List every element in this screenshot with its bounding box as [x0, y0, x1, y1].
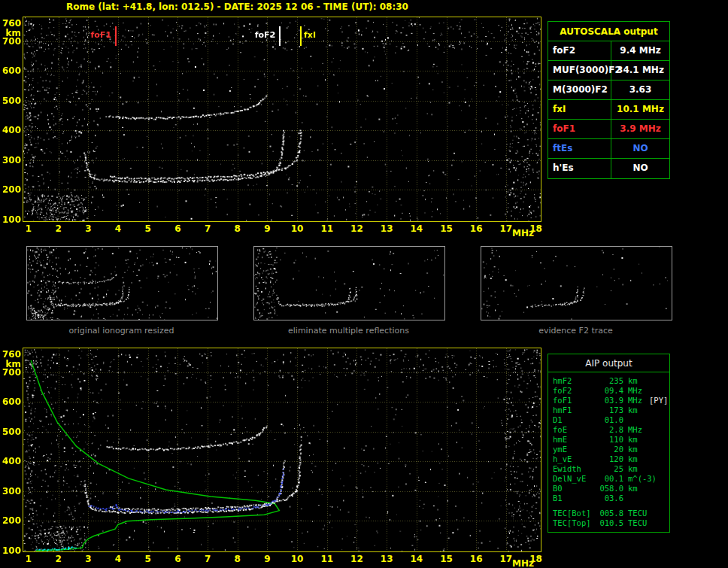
- top-y-tick-760: 760: [2, 18, 21, 29]
- aip-row-b1: B103.6: [548, 494, 669, 503]
- top-x-tick-16: 16: [468, 223, 484, 234]
- top-y-tick-500: 500: [2, 96, 21, 106]
- bottom-x-axis-unit: MHz: [512, 558, 534, 568]
- top-x-tick-8: 8: [229, 223, 246, 234]
- autoscala-row-fof1: foF13.9 MHz: [548, 120, 669, 139]
- top-x-tick-9: 9: [259, 223, 275, 234]
- top-x-tick-3: 3: [80, 223, 96, 234]
- aip-param-value: 20: [595, 445, 623, 454]
- thumbnail-eliminate-multiples: [253, 246, 445, 320]
- aip-param-value: 235: [595, 376, 623, 386]
- top-x-tick-12: 12: [348, 223, 365, 234]
- top-y-tick-300: 300: [2, 155, 21, 166]
- bottom-y-tick-500: 500: [2, 427, 21, 437]
- top-x-tick-11: 11: [319, 223, 335, 234]
- autoscala-row-ftes: ftEsNO: [548, 139, 669, 159]
- aip-param-label: D1: [553, 415, 563, 425]
- autoscala-param-label: ftEs: [548, 139, 611, 158]
- aip-output-rows: hmF2235kmfoF209.4MHzfoF103.9MHz[PY]hmF11…: [548, 376, 669, 503]
- aip-param-unit: km: [628, 484, 638, 494]
- autoscala-row-muf-3000-f2: MUF(3000)F234.1 MHz: [548, 61, 669, 80]
- aip-param-unit: km: [628, 405, 638, 415]
- bottom-x-tick-4: 4: [110, 554, 126, 564]
- autoscala-row-h-es: h'EsNO: [548, 159, 669, 178]
- bottom-x-tick-8: 8: [229, 554, 246, 564]
- bottom-x-tick-15: 15: [438, 554, 455, 564]
- bottom-y-tick-100: 100: [2, 545, 21, 556]
- aip-param-unit: m^(-3): [628, 474, 657, 484]
- top-x-tick-5: 5: [140, 223, 156, 234]
- autoscala-param-value: NO: [611, 159, 669, 178]
- bottom-x-tick-10: 10: [289, 554, 305, 564]
- aip-param-value: 09.4: [595, 386, 623, 396]
- thumbnail-evidence-f2-trace: [481, 246, 672, 320]
- aip-param-unit: MHz: [628, 386, 642, 396]
- bottom-x-tick-16: 16: [468, 554, 484, 564]
- aip-row-h-ve: h_vE120km: [548, 454, 669, 464]
- thumbnail-original-ionogram: [26, 246, 218, 320]
- aip-row-d1: D101.0: [548, 415, 669, 425]
- autoscala-param-value: NO: [611, 139, 669, 158]
- aip-param-label: hmF2: [553, 376, 572, 386]
- top-x-tick-4: 4: [110, 223, 126, 234]
- aip-param-label: Ewidth: [553, 464, 581, 474]
- autoscala-row-fof2: foF29.4 MHz: [548, 41, 669, 61]
- main-ionogram-plot: [23, 17, 541, 222]
- top-y-tick-400: 400: [2, 125, 21, 135]
- aip-param-value: 25: [595, 464, 623, 474]
- bottom-y-tick-300: 300: [2, 486, 21, 497]
- autoscala-param-label: foF2: [548, 41, 611, 60]
- aip-param-value: 005.8: [595, 509, 623, 518]
- top-y-axis-unit: km: [2, 28, 21, 38]
- autoscala-main-screen: Rome (lat: +41.8, lon: 012.5) - DATE: 20…: [0, 0, 728, 568]
- aip-param-unit: TECU: [628, 518, 647, 528]
- bottom-y-tick-600: 600: [2, 396, 21, 407]
- bottom-y-tick-400: 400: [2, 456, 21, 466]
- thumbnail-caption-evidence: evidence F2 trace: [481, 326, 671, 336]
- bottom-y-axis-unit: km: [2, 359, 21, 369]
- aip-tec-rows: TEC[Bot]005.8TECUTEC[Top]010.5TECU: [548, 509, 669, 528]
- aip-param-value: 120: [595, 454, 623, 464]
- aip-row-foe: foE2.8MHz: [548, 425, 669, 435]
- thumbnail-caption-eliminate: eliminate multiple reflections: [253, 326, 444, 336]
- aip-row-fof1: foF103.9MHz[PY]: [548, 396, 669, 405]
- bottom-y-tick-760: 760: [2, 349, 21, 360]
- aip-param-unit: km: [628, 464, 638, 474]
- aip-row-hmf2: hmF2235km: [548, 376, 669, 386]
- autoscala-param-label: h'Es: [548, 159, 611, 178]
- aip-param-unit: MHz: [628, 396, 642, 405]
- aip-param-value: 173: [595, 405, 623, 415]
- station-date-title: Rome (lat: +41.8, lon: 012.5) - DATE: 20…: [66, 2, 408, 12]
- autoscala-row-fxi: fxI10.1 MHz: [548, 100, 669, 120]
- autoscala-row-m-3000-f2: M(3000)F23.63: [548, 80, 669, 100]
- autoscala-param-label: M(3000)F2: [548, 80, 611, 99]
- top-x-tick-13: 13: [378, 223, 395, 234]
- aip-row-tec-top: TEC[Top]010.5TECU: [548, 518, 669, 528]
- aip-output-title: AIP output: [548, 354, 669, 372]
- bottom-x-tick-11: 11: [319, 554, 335, 564]
- aip-row-tec-bot: TEC[Bot]005.8TECU: [548, 509, 669, 518]
- aip-row-fof2: foF209.4MHz: [548, 386, 669, 396]
- thumbnail-caption-original: original ionogram resized: [26, 326, 217, 336]
- bottom-x-tick-14: 14: [408, 554, 425, 564]
- top-y-tick-200: 200: [2, 184, 21, 195]
- profile-ionogram-plot: [23, 348, 541, 552]
- aip-param-value: 03.9: [595, 396, 623, 405]
- top-x-tick-6: 6: [169, 223, 186, 234]
- aip-param-value: 03.6: [595, 494, 623, 503]
- aip-param-unit: km: [628, 445, 638, 454]
- aip-param-label: foF1: [553, 396, 572, 405]
- autoscala-param-label: foF1: [548, 120, 611, 138]
- marker-label-fxi: fxI: [304, 30, 316, 40]
- top-x-tick-14: 14: [408, 223, 425, 234]
- aip-param-label: foE: [553, 425, 567, 435]
- marker-label-fof1: foF1: [81, 30, 111, 40]
- bottom-x-tick-12: 12: [348, 554, 365, 564]
- autoscala-output-table: AUTOSCALA output foF29.4 MHzMUF(3000)F23…: [548, 21, 670, 179]
- bottom-x-tick-5: 5: [140, 554, 156, 564]
- aip-param-label: hmE: [553, 435, 567, 445]
- autoscala-param-value: 9.4 MHz: [611, 41, 669, 60]
- aip-param-extra: [PY]: [649, 396, 668, 405]
- autoscala-param-label: MUF(3000)F2: [548, 61, 611, 80]
- bottom-x-tick-3: 3: [80, 554, 96, 564]
